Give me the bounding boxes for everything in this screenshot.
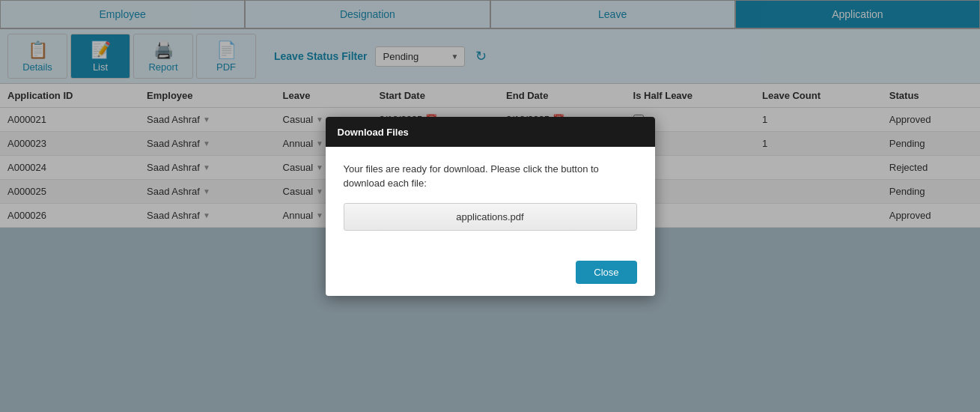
modal-message: Your files are ready for download. Pleas…	[344, 162, 637, 191]
modal-overlay: Download Files Your files are ready for …	[0, 0, 980, 412]
download-file-button[interactable]: applications.pdf	[344, 203, 637, 231]
modal-title: Download Files	[338, 127, 409, 138]
modal-body: Your files are ready for download. Pleas…	[326, 147, 655, 252]
download-files-modal: Download Files Your files are ready for …	[326, 117, 655, 296]
modal-header: Download Files	[326, 117, 655, 147]
modal-footer: Close	[326, 252, 655, 296]
close-modal-button[interactable]: Close	[576, 261, 636, 284]
